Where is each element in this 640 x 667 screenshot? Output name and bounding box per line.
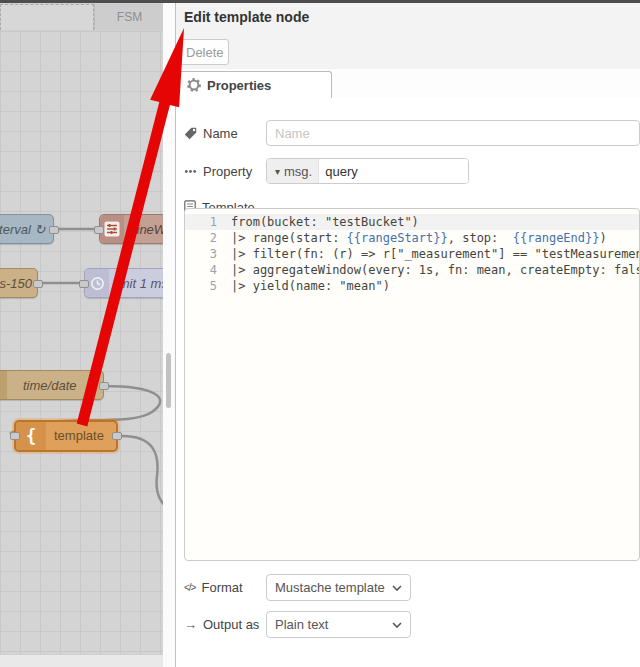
dialog-title: Edit template node	[176, 0, 640, 25]
format-select[interactable]: Mustache template	[266, 574, 411, 601]
output-row-label: → Output as	[184, 611, 259, 637]
node-limit-input-port[interactable]	[79, 280, 89, 288]
code-brackets-icon: </>	[184, 582, 195, 593]
edit-dialog: Edit template node Delete Properties	[175, 0, 640, 667]
wires	[0, 0, 163, 667]
node-interval-label: interval ↻	[0, 215, 45, 245]
chevron-down-icon	[392, 585, 402, 591]
node-s150-output-port[interactable]	[33, 280, 43, 288]
workspace-tab-fsm[interactable]: FSM	[94, 4, 163, 30]
template-code-editor[interactable]: 1from(bucket: "testBucket")2|> range(sta…	[184, 208, 640, 561]
property-input[interactable]	[319, 159, 468, 183]
node-sinewave[interactable]: sineWave	[99, 214, 163, 244]
typed-input-type-label: msg.	[284, 164, 312, 179]
vertical-scrollbar[interactable]	[163, 0, 175, 667]
name-label: Name	[203, 126, 238, 141]
node-sinewave-label: sineWave	[130, 215, 163, 245]
node-limit-label: limit 1 ms	[113, 269, 163, 299]
flow-canvas[interactable]: FSM interval ↻	[0, 0, 163, 667]
gear-icon	[187, 78, 201, 92]
node-limit[interactable]: limit 1 ms	[84, 268, 163, 298]
vertical-scrollbar-thumb[interactable]	[166, 353, 171, 408]
dialog-header: Edit template node	[176, 0, 640, 33]
header-edge	[0, 0, 640, 3]
output-label: Output as	[203, 617, 259, 632]
typed-input-type-button[interactable]: ▾ msg.	[267, 159, 319, 183]
node-sinewave-input-port[interactable]	[94, 226, 104, 234]
code-lines: 1from(bucket: "testBucket")2|> range(sta…	[185, 214, 639, 294]
tag-icon	[184, 127, 197, 140]
node-template-input-port[interactable]	[10, 432, 20, 440]
node-interval[interactable]: interval ↻	[0, 214, 54, 244]
output-select[interactable]: Plain text	[266, 611, 411, 638]
property-row-label: Property	[184, 158, 252, 184]
page: FSM interval ↻	[0, 0, 640, 667]
name-row-label: Name	[184, 120, 238, 146]
property-label: Property	[203, 164, 252, 179]
node-template-output-port[interactable]	[112, 432, 122, 440]
node-template-label: template	[54, 422, 104, 450]
dialog-body: Name Property ▾ msg.	[176, 98, 640, 667]
workspace-tabbar: FSM	[0, 3, 163, 31]
brace-icon: {	[16, 422, 46, 450]
format-label: Format	[201, 580, 242, 595]
node-template[interactable]: { template	[14, 420, 118, 452]
node-interval-output-port[interactable]	[49, 226, 59, 234]
tab-properties[interactable]: Properties	[176, 71, 332, 98]
format-row-label: </> Format	[184, 574, 243, 600]
workspace-tab-current[interactable]	[0, 4, 94, 30]
property-typed-input: ▾ msg.	[266, 158, 469, 184]
ellipsis-icon	[184, 165, 197, 178]
horizontal-scrollbar[interactable]	[0, 654, 163, 667]
dialog-toolbar: Delete	[176, 32, 640, 70]
chevron-down-icon: ▾	[275, 166, 280, 177]
chevron-down-icon	[392, 622, 402, 628]
dialog-tabbar: Properties	[176, 69, 640, 99]
arrow-right-icon: →	[184, 617, 197, 632]
node-s150[interactable]: s-150	[0, 268, 38, 298]
output-select-value: Plain text	[275, 617, 328, 632]
tab-properties-label: Properties	[207, 78, 271, 93]
node-timedate-output-port[interactable]	[99, 382, 109, 390]
delete-button[interactable]: Delete	[179, 39, 229, 65]
function-icon: f	[0, 371, 7, 399]
format-select-value: Mustache template	[275, 580, 385, 595]
name-input[interactable]	[266, 120, 640, 146]
node-s150-label: s-150	[0, 269, 32, 299]
node-timedate-label: time/date	[23, 371, 76, 401]
node-timedate[interactable]: f time/date	[0, 370, 104, 400]
